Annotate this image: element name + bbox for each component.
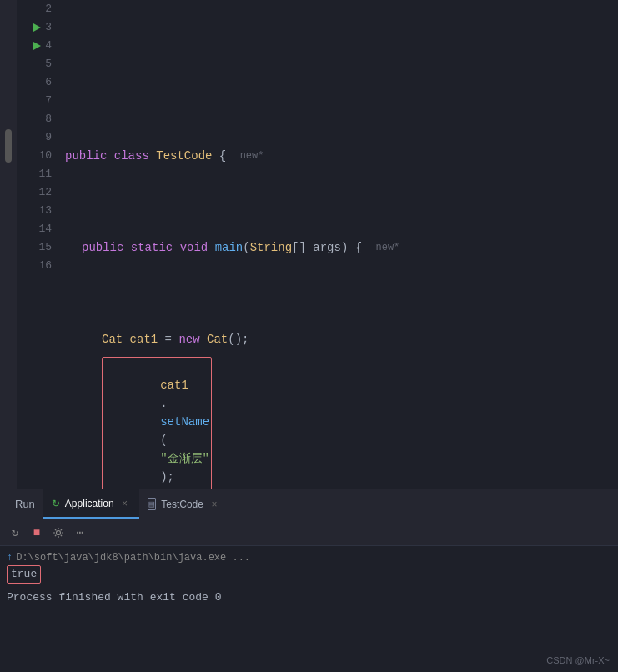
- app-tab-icon: ↻: [52, 498, 60, 509]
- line-num-5: 5: [17, 55, 52, 73]
- console-toolbar: ↻ ■ ⋯: [0, 519, 618, 546]
- code-line-4: public static void main ( String [] args…: [58, 238, 618, 257]
- console-finish-line: Process finished with exit code 0: [0, 589, 618, 606]
- run-icon-4[interactable]: [32, 41, 42, 51]
- line-num-9: 9: [17, 128, 52, 147]
- sidebar-scroll: [5, 129, 12, 163]
- tab-bar: Run ↻ Application × ▤ TestCode ×: [0, 489, 618, 519]
- tab-testcode-label: TestCode: [161, 499, 203, 510]
- more-options-button[interactable]: ⋯: [72, 524, 88, 541]
- code-line-5: Cat cat1 = new Cat ();: [58, 330, 618, 349]
- code-line-3: public class TestCode { new*: [58, 147, 618, 165]
- line-num-4: 4: [17, 37, 52, 55]
- tab-testcode[interactable]: ▤ TestCode ×: [139, 489, 229, 519]
- line-num-3: 3: [17, 18, 52, 37]
- tab-application[interactable]: ↻ Application ×: [43, 489, 139, 519]
- finish-text: Process finished with exit code 0: [7, 589, 221, 606]
- tab-application-close[interactable]: ×: [119, 498, 131, 509]
- line-num-2: 2: [17, 0, 52, 18]
- editor-area: 2 3 4 5 6 7 8 9 10 11 12 13 14 15 16 pub…: [0, 0, 618, 489]
- watermark: CSDN @Mr-X~: [546, 652, 610, 669]
- line-num-14: 14: [17, 220, 52, 238]
- code-content[interactable]: public class TestCode { new* public stat…: [58, 0, 618, 489]
- rerun-button[interactable]: ↻: [7, 524, 23, 541]
- line-num-6: 6: [17, 73, 52, 92]
- line-num-16: 16: [17, 257, 52, 275]
- cmd-text: D:\soft\java\jdk8\path\bin\java.exe ...: [16, 549, 250, 566]
- line-num-8: 8: [17, 110, 52, 128]
- console-cmd-line: ↑ D:\soft\java\jdk8\path\bin\java.exe ..…: [0, 549, 618, 566]
- run-label: Run: [7, 489, 43, 519]
- file-tab-icon: ▤: [148, 498, 157, 510]
- tab-testcode-close[interactable]: ×: [209, 499, 220, 510]
- left-sidebar: [0, 0, 17, 489]
- line-num-12: 12: [17, 183, 52, 202]
- svg-point-0: [57, 530, 61, 534]
- settings-button[interactable]: [50, 524, 67, 541]
- tab-application-label: Application: [65, 498, 114, 509]
- line-num-13: 13: [17, 202, 52, 220]
- line-numbers: 2 3 4 5 6 7 8 9 10 11 12 13 14 15 16: [17, 0, 58, 489]
- highlight-line-6: cat1 . setName ( "金渐层" );: [102, 357, 212, 489]
- line-num-11: 11: [17, 165, 52, 183]
- line-num-15: 15: [17, 238, 52, 257]
- console-output[interactable]: ↑ D:\soft\java\jdk8\path\bin\java.exe ..…: [0, 546, 618, 672]
- cmd-arrow-icon: ↑: [7, 549, 13, 566]
- line-num-7: 7: [17, 92, 52, 110]
- line-num-10: 10: [17, 147, 52, 165]
- code-line-6: cat1 . setName ( "金渐层" );: [58, 422, 618, 440]
- stop-button[interactable]: ■: [28, 524, 45, 541]
- run-icon-3[interactable]: [32, 23, 42, 33]
- console-true-line: true: [0, 566, 618, 583]
- code-line-2: [58, 55, 618, 73]
- bottom-panel: Run ↻ Application × ▤ TestCode × ↻ ■ ⋯ ↑: [0, 489, 618, 672]
- true-output-box: true: [7, 565, 41, 584]
